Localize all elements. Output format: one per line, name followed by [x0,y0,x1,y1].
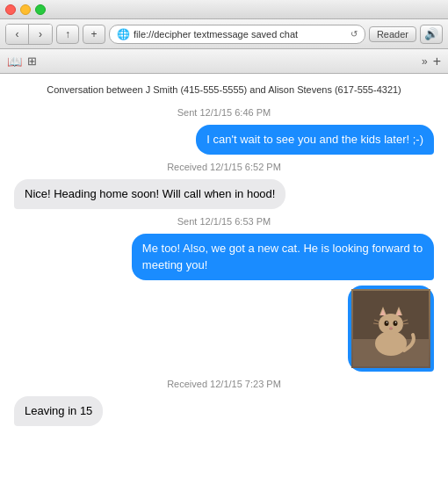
keyboard-icon[interactable]: ⊞ [27,54,37,68]
reader-button[interactable]: Reader [369,26,416,42]
forward-icon: › [39,28,42,40]
sent-bubble: Me too! Also, we got a new cat. He is lo… [132,234,434,279]
message-row: Me too! Also, we got a new cat. He is lo… [14,234,434,279]
sent-bubble: I can't wait to see you and the kids lat… [196,125,434,155]
address-bar[interactable]: 🌐 file://decipher textmessage saved chat… [109,25,365,44]
received-bubble: Nice! Heading home soon! Will call when … [14,179,285,209]
add-tab-button[interactable]: + [83,25,105,44]
timestamp-2: Received 12/1/15 6:52 PM [14,162,434,172]
timestamp-4: Received 12/1/15 7:23 PM [14,379,434,389]
message-row: Nice! Heading home soon! Will call when … [14,179,434,209]
image-bubble [348,286,434,372]
svg-point-8 [385,321,389,326]
title-bar [0,0,448,19]
nav-buttons: ‹ › [5,24,53,45]
forward-button[interactable]: › [29,25,52,44]
new-tab-icon[interactable]: + [433,54,441,69]
timestamp-1: Sent 12/1/15 6:46 PM [14,107,434,118]
svg-point-12 [390,327,393,329]
cat-image [351,289,430,368]
image-message-row [14,286,434,372]
back-icon: ‹ [16,28,19,40]
bottom-toolbar: 📖 ⊞ » + [0,49,448,74]
conversation-header: Conversation between J Smith (415-555-55… [14,84,434,95]
refresh-icon[interactable]: ↺ [350,29,358,39]
cat-svg [353,291,429,366]
add-icon: + [90,28,97,40]
globe-icon: 🌐 [117,28,130,40]
minimize-button[interactable] [20,4,31,15]
audio-icon: 🔊 [424,27,438,40]
share-button[interactable]: ↑ [56,25,79,44]
svg-point-10 [387,322,388,323]
svg-point-2 [375,331,407,356]
svg-point-11 [395,322,397,323]
url-text: file://decipher textmessage saved chat [134,29,347,40]
svg-point-3 [379,314,403,335]
maximize-button[interactable] [35,4,46,15]
share-icon: ↑ [65,28,70,40]
audio-button[interactable]: 🔊 [420,25,443,44]
svg-point-9 [394,321,398,326]
chevron-right-icon[interactable]: » [422,55,428,68]
bookmarks-icon[interactable]: 📖 [7,54,22,69]
browser-toolbar: ‹ › ↑ + 🌐 file://decipher textmessage sa… [0,19,448,49]
back-button[interactable]: ‹ [6,25,29,44]
message-row: Leaving in 15 [14,396,434,426]
close-button[interactable] [5,4,16,15]
received-bubble: Leaving in 15 [14,396,103,426]
timestamp-3: Sent 12/1/15 6:53 PM [14,216,434,227]
chat-area: Conversation between J Smith (415-555-55… [0,74,448,499]
message-row: I can't wait to see you and the kids lat… [14,125,434,155]
